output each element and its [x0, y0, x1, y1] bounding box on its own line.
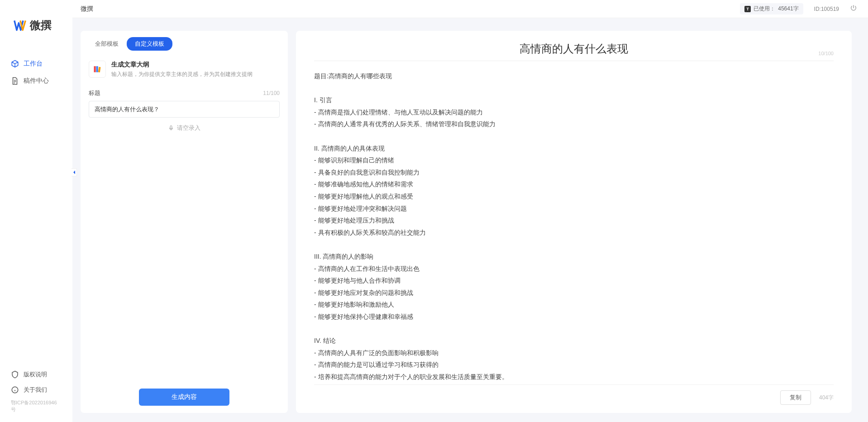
- usage-badge: T 已使用： 45641字: [740, 3, 803, 14]
- spacer: [81, 138, 288, 389]
- power-icon: [850, 5, 857, 12]
- tab-all[interactable]: 全部模板: [87, 37, 127, 51]
- output-word-count: 404字: [819, 394, 834, 402]
- logo-text: 微撰: [30, 18, 52, 33]
- books-icon: [89, 61, 106, 78]
- svg-rect-2: [96, 66, 98, 72]
- document-icon: [11, 77, 19, 85]
- sidebar-bottom: 版权说明 关于我们 鄂ICP备2022016946号: [0, 367, 72, 422]
- nav-label: 稿件中心: [24, 77, 49, 85]
- form-section: 标题 11/100: [81, 85, 288, 118]
- chevron-left-icon: [72, 170, 76, 175]
- nav-workbench[interactable]: 工作台: [0, 55, 72, 72]
- svg-rect-1: [94, 66, 96, 72]
- mic-icon: [168, 125, 174, 131]
- tabs: 全部模板 自定义模板: [81, 37, 288, 57]
- output-title-row: 高情商的人有什么表现 10/100: [314, 42, 834, 61]
- nav-label: 关于我们: [24, 386, 47, 394]
- content: 全部模板 自定义模板 生成文章大纲 输入标题，为你提供文章主体的灵感，并为其创建…: [72, 18, 868, 422]
- collapse-button[interactable]: [72, 168, 77, 176]
- cube-icon: [11, 60, 19, 68]
- sidebar: 微撰 工作台 稿件中心 版权说明 关于我们 鄂ICP备2022016946号: [0, 0, 72, 422]
- tab-custom[interactable]: 自定义模板: [127, 37, 172, 51]
- usage-label: 已使用：: [754, 5, 775, 13]
- template-title: 生成文章大纲: [111, 61, 280, 69]
- user-id: ID:100519: [814, 6, 839, 12]
- text-icon: T: [744, 6, 751, 12]
- svg-rect-3: [98, 67, 101, 72]
- info-icon: [11, 386, 19, 394]
- nav-label: 版权说明: [24, 370, 47, 379]
- nav-copyright[interactable]: 版权说明: [0, 367, 72, 382]
- template-desc: 输入标题，为你提供文章主体的灵感，并为其创建推文提纲: [111, 71, 280, 78]
- main: 微撰 T 已使用： 45641字 ID:100519 全部模板 自定义模板: [72, 0, 868, 422]
- copy-button[interactable]: 复制: [780, 390, 811, 405]
- form-label-row: 标题 11/100: [89, 89, 280, 97]
- nav-about[interactable]: 关于我们: [0, 382, 72, 398]
- icp-text: 鄂ICP备2022016946号: [0, 398, 72, 417]
- voice-hint: 请空录入: [177, 124, 200, 132]
- left-panel: 全部模板 自定义模板 生成文章大纲 输入标题，为你提供文章主体的灵感，并为其创建…: [81, 31, 288, 413]
- nav-docs[interactable]: 稿件中心: [0, 72, 72, 90]
- template-card: 生成文章大纲 输入标题，为你提供文章主体的灵感，并为其创建推文提纲: [81, 57, 288, 85]
- shield-icon: [11, 370, 19, 379]
- power-button[interactable]: [850, 5, 857, 13]
- logo-icon: [14, 19, 26, 32]
- output-body: 题目:高情商的人有哪些表现 I. 引言 - 高情商是指人们处理情绪、与他人互动以…: [314, 61, 834, 384]
- output-title-count: 10/100: [818, 51, 834, 56]
- generate-button[interactable]: 生成内容: [139, 389, 229, 406]
- template-info: 生成文章大纲 输入标题，为你提供文章主体的灵感，并为其创建推文提纲: [111, 61, 280, 78]
- app-name: 微撰: [81, 5, 93, 13]
- title-input[interactable]: [89, 101, 280, 118]
- output-footer: 复制 404字: [314, 384, 834, 405]
- usage-value: 45641字: [778, 5, 798, 13]
- logo: 微撰: [0, 0, 72, 46]
- voice-input-button[interactable]: 请空录入: [81, 118, 288, 138]
- app-root: 微撰 工作台 稿件中心 版权说明 关于我们 鄂ICP备2022016946号: [0, 0, 868, 422]
- topbar: 微撰 T 已使用： 45641字 ID:100519: [72, 0, 868, 18]
- title-char-count: 11/100: [263, 90, 280, 96]
- right-panel: 高情商的人有什么表现 10/100 题目:高情商的人有哪些表现 I. 引言 - …: [296, 31, 852, 413]
- output-title: 高情商的人有什么表现: [314, 42, 834, 56]
- topbar-right: T 已使用： 45641字 ID:100519: [740, 3, 857, 14]
- svg-rect-4: [170, 126, 172, 129]
- nav-label: 工作台: [24, 60, 43, 68]
- nav: 工作台 稿件中心: [0, 46, 72, 367]
- title-label: 标题: [89, 89, 100, 97]
